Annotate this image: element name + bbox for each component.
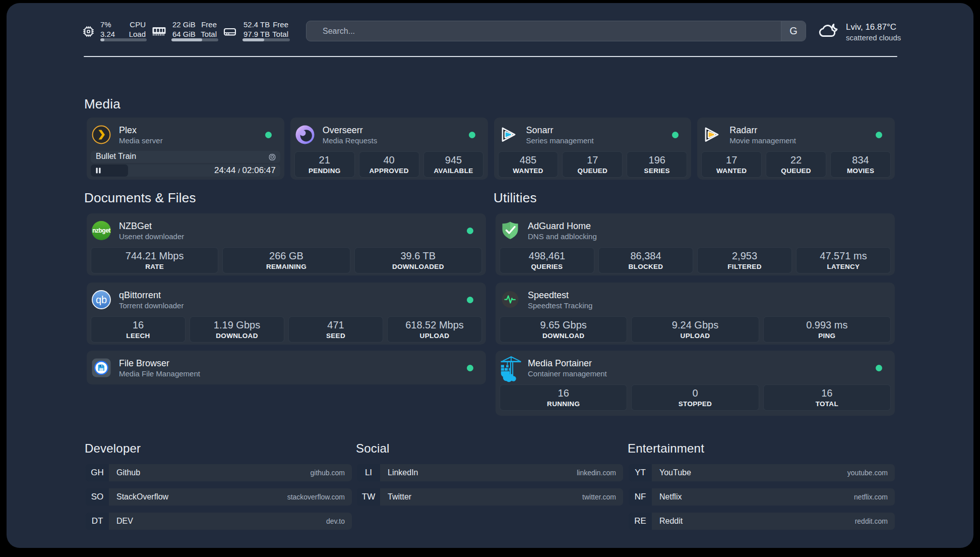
svg-text:nzbget: nzbget: [92, 227, 110, 234]
svg-text:qb: qb: [96, 294, 107, 305]
